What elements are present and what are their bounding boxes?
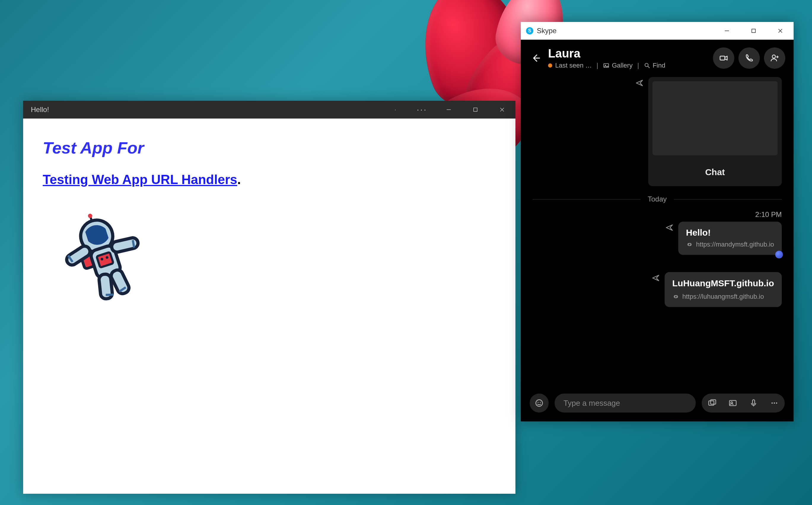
message-row: Hello! https://mandymsft.github.io: [533, 222, 782, 255]
search-icon: [644, 62, 650, 69]
gallery-button[interactable]: Gallery: [603, 62, 633, 69]
phone-icon: [745, 53, 754, 63]
voice-message-button[interactable]: [743, 393, 764, 412]
svg-text:S: S: [528, 28, 531, 33]
svg-rect-41: [753, 400, 755, 404]
sent-indicator-icon: [652, 274, 660, 307]
media-icon: [708, 398, 716, 407]
minimize-button[interactable]: [435, 101, 462, 119]
app-link-suffix: .: [237, 172, 241, 187]
svg-point-40: [731, 402, 732, 404]
day-divider-label: Today: [648, 195, 667, 203]
svg-point-42: [771, 402, 773, 404]
attach-media-button[interactable]: [702, 393, 722, 412]
contact-name: Laura: [548, 47, 707, 60]
message-url[interactable]: https://luhuangmsft.github.io: [682, 293, 764, 301]
day-divider: Today: [533, 195, 782, 203]
svg-rect-30: [720, 56, 725, 60]
svg-rect-37: [709, 401, 714, 405]
app-main-link[interactable]: Testing Web App URL Handlers: [43, 172, 237, 187]
outgoing-card-row: Chat: [533, 77, 782, 186]
microphone-icon: [749, 398, 758, 407]
emoji-button[interactable]: [530, 393, 549, 412]
conversation-header: Laura Last seen … | Gallery | Find: [521, 40, 794, 74]
svg-rect-1: [473, 108, 477, 112]
emoji-icon: [535, 398, 544, 407]
app-heading: Test App For: [43, 138, 496, 157]
maximize-button[interactable]: [462, 101, 489, 119]
svg-point-44: [776, 402, 777, 404]
audio-call-button[interactable]: [738, 47, 760, 69]
contact-card-icon: [728, 398, 737, 407]
message-timestamp: 2:10 PM: [533, 210, 782, 219]
skype-maximize-button[interactable]: [740, 22, 767, 40]
svg-point-36: [540, 402, 541, 403]
skype-window: S Skype Laura Last seen … |: [521, 22, 794, 422]
svg-point-43: [774, 402, 775, 404]
skype-minimize-button[interactable]: [713, 22, 740, 40]
contact-card-button[interactable]: [722, 393, 743, 412]
message-url[interactable]: https://mandymsft.github.io: [696, 241, 774, 248]
close-button[interactable]: [489, 101, 515, 119]
find-label: Find: [653, 62, 666, 69]
last-seen-text: Last seen …: [555, 62, 592, 69]
sent-indicator-icon: [635, 79, 644, 186]
video-icon: [719, 53, 728, 63]
gallery-icon: [603, 62, 610, 69]
svg-point-34: [536, 400, 543, 406]
separator: |: [636, 62, 641, 69]
find-button[interactable]: Find: [644, 62, 666, 69]
add-participant-button[interactable]: [764, 47, 785, 69]
svg-rect-23: [752, 29, 755, 33]
svg-point-35: [538, 402, 539, 403]
chat-scroll-area[interactable]: Chat Today 2:10 PM Hello! https://mandym…: [521, 74, 794, 387]
separator: |: [595, 62, 600, 69]
svg-point-28: [645, 63, 648, 67]
svg-rect-38: [710, 400, 716, 404]
sent-indicator-icon: [665, 223, 674, 255]
message-bubble[interactable]: Hello! https://mandymsft.github.io: [678, 222, 782, 255]
contact-block: Laura Last seen … | Gallery | Find: [548, 47, 707, 69]
shared-card[interactable]: Chat: [648, 77, 782, 186]
astronaut-image: [49, 205, 161, 312]
more-icon: [770, 398, 779, 407]
presence-away-icon: [548, 63, 552, 67]
svg-line-29: [648, 66, 650, 68]
more-compose-button[interactable]: [764, 393, 785, 412]
back-button[interactable]: [529, 51, 542, 64]
skype-close-button[interactable]: [767, 22, 794, 40]
contact-sub-row: Last seen … | Gallery | Find: [548, 62, 707, 69]
reaction-badge[interactable]: [775, 251, 783, 259]
header-actions: [713, 47, 785, 69]
message-bubble[interactable]: LuHuangMSFT.github.io https://luhuangmsf…: [665, 272, 782, 307]
app-content: Test App For Testing Web App URL Handler…: [23, 119, 515, 494]
app-link-line: Testing Web App URL Handlers.: [43, 172, 496, 187]
compose-bar: [521, 387, 794, 422]
compose-actions: [702, 393, 785, 412]
titlebar-menu-dot[interactable]: ·: [382, 101, 409, 119]
skype-logo-icon: S: [526, 27, 534, 35]
card-image-placeholder: [653, 81, 778, 155]
svg-rect-13: [111, 237, 139, 253]
message-title: Hello!: [686, 227, 774, 238]
skype-title-text: Skype: [537, 27, 557, 35]
message-input[interactable]: [555, 393, 696, 412]
skype-body: Laura Last seen … | Gallery | Find: [521, 40, 794, 422]
svg-point-5: [88, 213, 93, 218]
link-icon: [686, 241, 693, 248]
video-call-button[interactable]: [713, 47, 734, 69]
titlebar-more-button[interactable]: ···: [409, 101, 435, 119]
message-row: LuHuangMSFT.github.io https://luhuangmsf…: [533, 272, 782, 307]
link-icon: [672, 293, 679, 300]
gallery-label: Gallery: [612, 62, 633, 69]
app-titlebar[interactable]: Hello! · ···: [23, 101, 515, 119]
app-window: Hello! · ··· Test App For Testing Web Ap…: [23, 101, 515, 494]
svg-point-31: [772, 55, 776, 58]
card-chat-button[interactable]: Chat: [648, 159, 782, 186]
app-window-title: Hello!: [31, 106, 49, 114]
skype-titlebar[interactable]: S Skype: [521, 22, 794, 40]
message-title: LuHuangMSFT.github.io: [672, 278, 774, 289]
add-person-icon: [770, 53, 779, 63]
